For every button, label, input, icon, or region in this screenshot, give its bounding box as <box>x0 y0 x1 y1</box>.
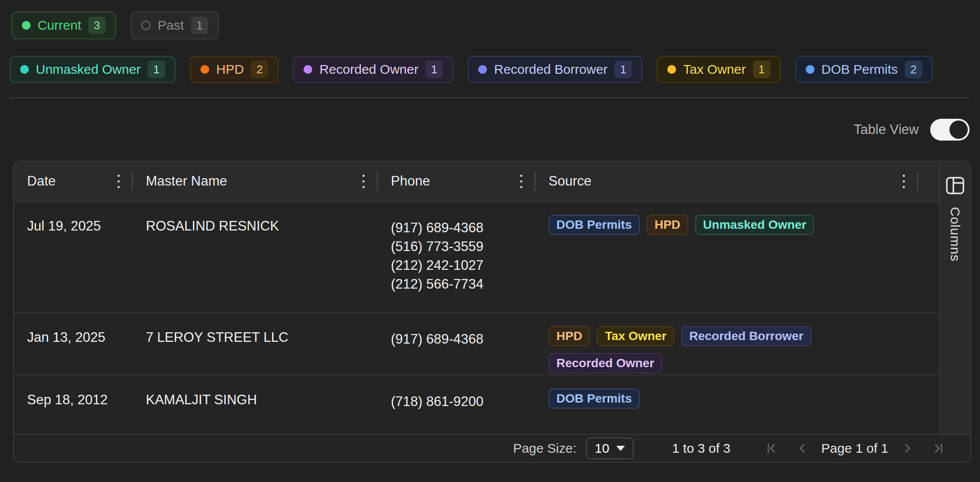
source-filter-row: Unmasked Owner1HPD2Recorded Owner1Record… <box>10 56 933 83</box>
filter-chip-label: Tax Owner <box>683 62 745 77</box>
status-filter-row: Current3Past1 <box>11 11 219 39</box>
column-menu-kebab-icon[interactable] <box>360 172 367 191</box>
last-page-button[interactable] <box>931 441 946 456</box>
table-header-row: DateMaster NamePhoneSource <box>14 162 939 202</box>
source-badge-tax-owner: Tax Owner <box>597 326 674 346</box>
phone-number: (212) 566-7734 <box>391 275 523 293</box>
filter-chip-label: Past <box>158 18 184 33</box>
dot-icon <box>20 65 29 74</box>
columns-panel-label: Columns <box>948 207 963 262</box>
filter-chip-unmasked-owner[interactable]: Unmasked Owner1 <box>10 56 176 83</box>
source-badge-hpd: HPD <box>647 215 688 235</box>
cell-date: Jul 19, 2025 <box>14 202 133 312</box>
dot-icon <box>667 65 676 74</box>
chevron-left-icon <box>796 441 810 455</box>
phone-number: (917) 689-4368 <box>391 330 523 348</box>
previous-page-button[interactable] <box>795 441 810 456</box>
cell-source: DOB PermitsHPDUnmasked Owner <box>535 202 939 312</box>
columns-icon <box>945 176 965 196</box>
source-badge-recorded-owner: Recorded Owner <box>549 353 662 373</box>
page-indicator-text: Page 1 of 1 <box>821 441 888 456</box>
cell-source: HPDTax OwnerRecorded BorrowerRecorded Ow… <box>535 313 939 375</box>
source-badge-hpd: HPD <box>549 326 590 346</box>
phone-number: (516) 773-3559 <box>391 237 523 256</box>
dot-icon <box>200 65 209 74</box>
filter-chip-label: Recorded Borrower <box>494 62 607 77</box>
chevron-right-icon <box>900 441 914 455</box>
phone-number: (718) 861-9200 <box>391 392 523 411</box>
column-divider <box>917 172 918 191</box>
dot-icon <box>806 65 814 74</box>
cell-phone: (917) 689-4368 <box>378 313 535 375</box>
page-size-label: Page Size: <box>513 441 576 456</box>
column-header-label: Master Name <box>146 173 227 189</box>
source-badge-recorded-borrower: Recorded Borrower <box>681 326 811 346</box>
filter-chip-count: 1 <box>148 61 165 78</box>
section-divider <box>10 97 970 98</box>
filter-chip-label: HPD <box>216 62 244 77</box>
filter-chip-label: Recorded Owner <box>319 62 418 77</box>
column-header-label: Source <box>549 173 591 189</box>
kebab-dot <box>117 175 120 177</box>
filter-chip-count: 2 <box>251 61 268 78</box>
page-size-select[interactable]: 10 <box>586 437 634 459</box>
column-header-master-name: Master Name <box>133 162 378 201</box>
kebab-dot <box>520 175 522 177</box>
filter-chip-count: 1 <box>191 17 208 34</box>
next-page-button[interactable] <box>900 441 914 456</box>
cell-master-name: ROSALIND RESNICK <box>133 202 378 312</box>
table-columns-area: DateMaster NamePhoneSource Jul 19, 2025R… <box>14 162 939 434</box>
row-range-text: 1 to 3 of 3 <box>672 441 730 456</box>
table-row: Sep 18, 2012KAMALJIT SINGH(718) 861-9200… <box>14 375 939 434</box>
filter-chip-count: 1 <box>425 61 443 78</box>
kebab-dot <box>903 180 905 182</box>
kebab-dot <box>362 180 365 182</box>
table-footer: Page Size: 10 1 to 3 of 3 Page 1 of 1 <box>14 434 970 462</box>
dot-icon <box>304 65 312 74</box>
kebab-dot <box>117 180 120 182</box>
table-main: DateMaster NamePhoneSource Jul 19, 2025R… <box>14 162 970 434</box>
filter-chip-count: 3 <box>88 17 106 34</box>
filter-chip-hpd[interactable]: HPD2 <box>190 56 279 83</box>
column-menu-kebab-icon[interactable] <box>900 172 908 191</box>
column-menu-kebab-icon[interactable] <box>518 172 525 191</box>
filter-chip-current[interactable]: Current3 <box>11 11 116 39</box>
filter-chip-past[interactable]: Past1 <box>131 11 219 39</box>
circle-outline-icon <box>141 21 151 30</box>
toggle-knob-icon <box>949 120 968 139</box>
cell-source: DOB Permits <box>535 375 939 434</box>
column-header-label: Phone <box>391 173 430 189</box>
table-row: Jan 13, 20257 LEROY STREET LLC(917) 689-… <box>14 313 939 375</box>
cell-master-name: KAMALJIT SINGH <box>133 375 378 434</box>
page-size-value: 10 <box>595 441 609 456</box>
kebab-dot <box>520 186 522 188</box>
cell-phone: (917) 689-4368(516) 773-3559(212) 242-10… <box>378 202 535 312</box>
table-view-toggle[interactable] <box>930 119 970 141</box>
table-view-control: Table View <box>854 119 970 141</box>
filter-chip-tax-owner[interactable]: Tax Owner1 <box>657 56 780 83</box>
filter-chip-label: Unmasked Owner <box>36 62 141 77</box>
columns-panel-tab[interactable]: Columns <box>939 162 970 434</box>
table-row: Jul 19, 2025ROSALIND RESNICK(917) 689-43… <box>14 202 939 313</box>
filter-chip-count: 1 <box>753 61 770 78</box>
kebab-dot <box>903 175 905 177</box>
filter-chip-label: DOB Permits <box>821 62 898 77</box>
first-page-button[interactable] <box>764 441 779 456</box>
column-header-source: Source <box>535 162 939 201</box>
filter-chip-label: Current <box>38 18 81 33</box>
filter-chip-count: 1 <box>614 61 632 78</box>
column-header-phone: Phone <box>378 162 535 201</box>
dot-icon <box>478 65 487 74</box>
column-header-date: Date <box>14 162 133 201</box>
column-menu-kebab-icon[interactable] <box>115 172 122 191</box>
cell-date: Sep 18, 2012 <box>14 375 133 434</box>
filter-chip-recorded-owner[interactable]: Recorded Owner1 <box>293 56 453 83</box>
filter-chip-recorded-borrower[interactable]: Recorded Borrower1 <box>468 56 642 83</box>
kebab-dot <box>117 186 120 188</box>
table-view-label: Table View <box>854 122 919 138</box>
contacts-page: Current3Past1 Unmasked Owner1HPD2Recorde… <box>0 0 980 482</box>
filter-chip-dob-permits[interactable]: DOB Permits2 <box>795 56 933 83</box>
column-header-label: Date <box>27 173 55 189</box>
source-badge-dob-permits: DOB Permits <box>549 389 640 409</box>
phone-number: (212) 242-1027 <box>391 256 523 275</box>
